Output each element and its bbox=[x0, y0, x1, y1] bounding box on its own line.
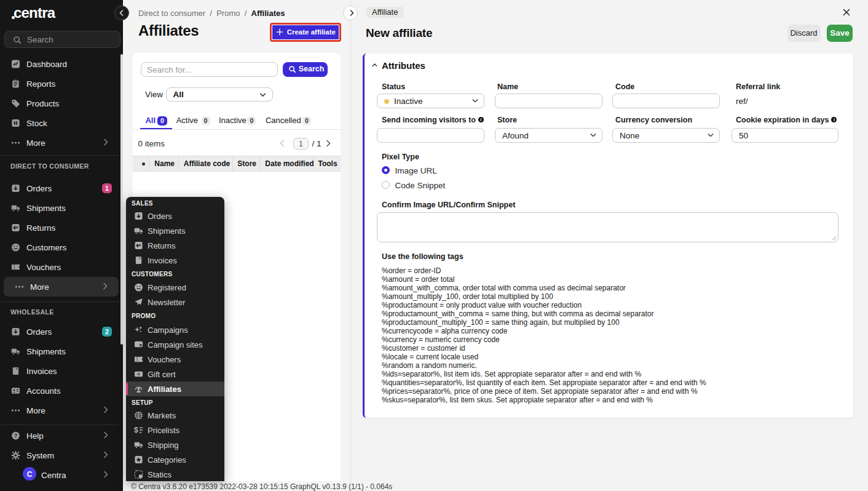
svg-text:C: C bbox=[27, 470, 33, 479]
svg-text:?: ? bbox=[14, 433, 17, 439]
svg-text:$: $ bbox=[134, 426, 138, 434]
